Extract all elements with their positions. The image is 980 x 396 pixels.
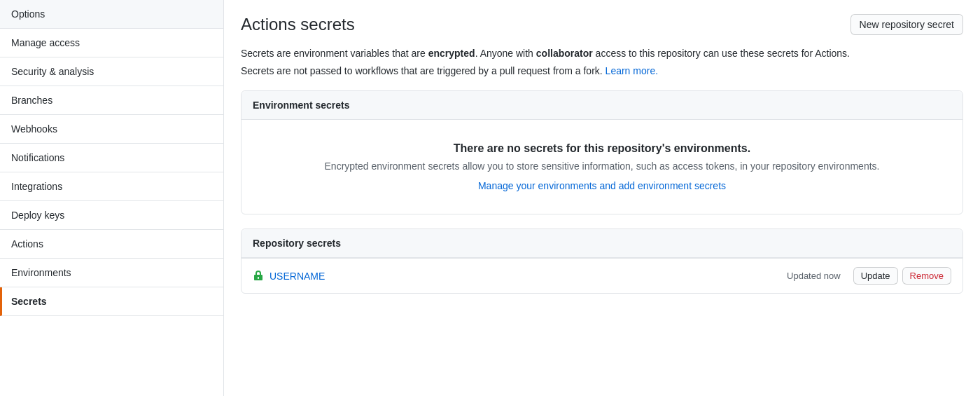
main-content: Actions secrets New repository secret Se…	[224, 0, 980, 396]
page-title: Actions secrets	[241, 15, 355, 34]
environment-secrets-empty: There are no secrets for this repository…	[241, 120, 962, 214]
sidebar-item-webhooks[interactable]: Webhooks	[0, 115, 223, 144]
sidebar-item-integrations[interactable]: Integrations	[0, 172, 223, 201]
new-repository-secret-button[interactable]: New repository secret	[850, 14, 963, 35]
page-header: Actions secrets New repository secret	[241, 14, 963, 35]
secret-name-username[interactable]: USERNAME	[270, 271, 787, 282]
sidebar-item-manage-access[interactable]: Manage access	[0, 29, 223, 57]
sidebar-item-secrets[interactable]: Secrets	[0, 287, 223, 316]
description-part3: access to this repository can use these …	[593, 48, 850, 59]
repository-secrets-header: Repository secrets	[241, 229, 962, 258]
description-part1: Secrets are environment variables that a…	[241, 48, 428, 59]
secret-row-username: USERNAME Updated now Update Remove	[241, 258, 962, 293]
settings-sidebar: Options Manage access Security & analysi…	[0, 0, 224, 396]
learn-more-link[interactable]: Learn more.	[606, 65, 658, 76]
lock-icon	[253, 271, 264, 282]
secret-updated-username: Updated now	[787, 271, 841, 281]
environment-secrets-header: Environment secrets	[241, 91, 962, 120]
remove-secret-button[interactable]: Remove	[902, 267, 951, 285]
sidebar-item-branches[interactable]: Branches	[0, 86, 223, 115]
sidebar-item-actions[interactable]: Actions	[0, 230, 223, 259]
description-text: Secrets are environment variables that a…	[241, 46, 963, 61]
description-bold-encrypted: encrypted	[428, 48, 475, 59]
note-text: Secrets are not passed to workflows that…	[241, 65, 603, 76]
sidebar-item-security-analysis[interactable]: Security & analysis	[0, 57, 223, 86]
sidebar-item-options[interactable]: Options	[0, 0, 223, 29]
description-part2: . Anyone with	[475, 48, 536, 59]
environment-secrets-empty-desc: Encrypted environment secrets allow you …	[253, 161, 951, 172]
sidebar-item-notifications[interactable]: Notifications	[0, 144, 223, 172]
manage-environments-link[interactable]: Manage your environments and add environ…	[478, 180, 726, 191]
sidebar-item-deploy-keys[interactable]: Deploy keys	[0, 201, 223, 230]
description-note: Secrets are not passed to workflows that…	[241, 65, 963, 76]
environment-secrets-empty-title: There are no secrets for this repository…	[253, 142, 951, 155]
environment-secrets-section: Environment secrets There are no secrets…	[241, 90, 963, 214]
update-secret-button[interactable]: Update	[853, 267, 898, 285]
repository-secrets-section: Repository secrets USERNAME Updated now …	[241, 228, 963, 294]
sidebar-item-environments[interactable]: Environments	[0, 259, 223, 287]
description-bold-collaborator: collaborator	[536, 48, 593, 59]
